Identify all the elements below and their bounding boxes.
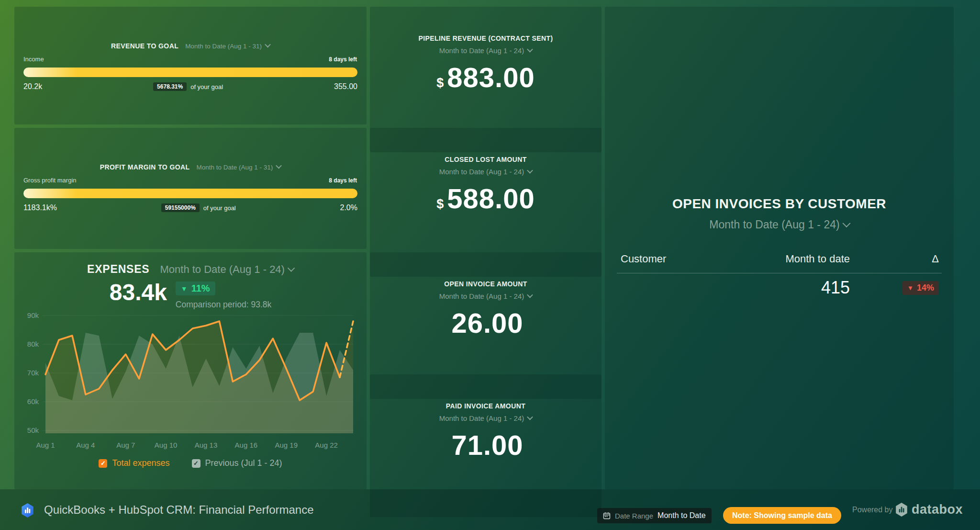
checkbox-checked-icon[interactable]: ✓: [192, 459, 200, 468]
goal-metric-label: Income: [23, 56, 44, 63]
chevron-down-icon: [527, 46, 533, 52]
days-left-label: 8 days left: [329, 177, 357, 184]
period-dropdown[interactable]: Month to Date (Aug 1 - 24): [439, 168, 533, 176]
currency-symbol: $: [436, 76, 444, 90]
legend-label: Total expenses: [112, 458, 169, 468]
column-header-month-to-date: Month to date: [745, 253, 850, 265]
chevron-down-icon: [527, 292, 533, 298]
goal-end-value: 2.0%: [340, 203, 357, 212]
svg-text:Aug 19: Aug 19: [275, 441, 298, 449]
svg-text:Aug 16: Aug 16: [235, 441, 258, 449]
sample-data-note-button[interactable]: Note: Showing sample data: [723, 507, 841, 524]
date-range-value: Month to Date: [657, 511, 706, 520]
triangle-down-icon: ▼: [181, 285, 188, 293]
currency-symbol: $: [436, 197, 444, 212]
expenses-value: 83.4k: [110, 280, 167, 305]
open-invoices-by-customer-card: OPEN INVOICES BY CUSTOMER Month to Date …: [605, 7, 954, 489]
chevron-down-icon: [527, 414, 533, 420]
period-dropdown[interactable]: Month to Date (Aug 1 - 24): [439, 292, 533, 300]
table-divider: [617, 273, 942, 273]
chevron-down-icon: [288, 264, 295, 272]
delta-value: 14%: [917, 283, 934, 293]
of-goal-label: of your goal: [203, 204, 236, 212]
profit-margin-to-goal-card: PROFIT MARGIN TO GOAL Month to Date (Aug…: [14, 128, 367, 249]
svg-text:50k: 50k: [27, 426, 39, 434]
goal-percent-badge: 59155000%: [161, 203, 200, 212]
databox-logo-icon: [895, 503, 908, 517]
table-row: 415 ▼14%: [621, 278, 939, 298]
of-goal-label: of your goal: [190, 83, 223, 90]
revenue-to-goal-card: REVENUE TO GOAL Month to Date (Aug 1 - 3…: [14, 7, 367, 124]
goal-metric-label: Gross profit margin: [23, 177, 77, 184]
period-label: Month to Date (Aug 1 - 24): [439, 46, 524, 55]
svg-text:90k: 90k: [27, 311, 39, 319]
powered-by-label: Powered by: [852, 489, 893, 530]
legend-item-previous[interactable]: ✓ Previous (Jul 1 - 24): [192, 458, 282, 468]
period-label: Month to Date (Aug 1 - 24): [439, 292, 524, 300]
cell-month-to-date: 415: [745, 278, 850, 298]
svg-text:Aug 22: Aug 22: [315, 441, 338, 449]
period-dropdown[interactable]: Month to Date (Aug 1 - 24): [439, 414, 533, 422]
goal-start-value: 1183.1k%: [23, 203, 57, 212]
chevron-down-icon: [265, 42, 271, 48]
svg-text:Aug 1: Aug 1: [36, 441, 55, 449]
triangle-down-icon: ▼: [907, 284, 913, 292]
svg-text:Aug 10: Aug 10: [155, 441, 178, 449]
svg-text:Aug 13: Aug 13: [195, 441, 218, 449]
svg-text:80k: 80k: [27, 340, 39, 348]
calendar-icon: [603, 512, 611, 519]
card-title: CLOSED LOST AMOUNT: [445, 156, 527, 163]
period-dropdown[interactable]: Month to Date (Aug 1 - 24): [439, 46, 533, 55]
period-label: Month to Date (Aug 1 - 24): [439, 414, 524, 422]
chevron-down-icon: [527, 167, 533, 173]
card-title: PAID INVOICE AMOUNT: [446, 402, 525, 410]
column-header-delta: Δ: [850, 253, 939, 265]
goal-progress-bar: [23, 189, 357, 198]
period-dropdown[interactable]: Month to Date (Aug 1 - 31): [185, 43, 270, 50]
date-range-control[interactable]: Date Range Month to Date: [597, 508, 712, 523]
goal-end-value: 355.00: [334, 82, 357, 91]
stat-value: 883.00: [447, 61, 535, 93]
dashboard-title: QuickBooks + HubSpot CRM: Financial Perf…: [44, 489, 314, 530]
stat-value: 71.00: [451, 429, 523, 461]
card-title: PIPELINE REVENUE (CONTRACT SENT): [418, 34, 553, 42]
checkbox-checked-icon[interactable]: ✓: [99, 459, 107, 468]
card-title: OPEN INVOICES BY CUSTOMER: [605, 196, 954, 212]
delta-badge: ▼11%: [176, 282, 215, 295]
databox-wordmark: databox: [912, 502, 963, 517]
svg-text:70k: 70k: [27, 369, 39, 377]
svg-text:Aug 4: Aug 4: [76, 441, 95, 449]
period-label: Month to Date (Aug 1 - 31): [185, 43, 262, 50]
goal-percent-badge: 5678.31%: [153, 82, 187, 91]
period-dropdown[interactable]: Month to Date (Aug 1 - 24): [160, 263, 293, 276]
delta-badge: ▼14%: [902, 281, 939, 295]
chevron-down-icon: [276, 163, 282, 169]
stat-value: 26.00: [451, 307, 523, 339]
legend-label: Previous (Jul 1 - 24): [205, 458, 282, 468]
card-title: PROFIT MARGIN TO GOAL: [100, 163, 190, 171]
period-label: Month to Date (Aug 1 - 24): [709, 218, 839, 231]
expenses-card: EXPENSES Month to Date (Aug 1 - 24) 83.4…: [14, 252, 367, 489]
period-dropdown[interactable]: Month to Date (Aug 1 - 24): [709, 218, 849, 231]
card-title: EXPENSES: [87, 263, 149, 276]
goal-start-value: 20.2k: [23, 82, 42, 91]
period-label: Month to Date (Aug 1 - 24): [160, 263, 284, 276]
period-dropdown[interactable]: Month to Date (Aug 1 - 31): [196, 164, 281, 171]
svg-text:Aug 7: Aug 7: [116, 441, 135, 449]
days-left-label: 8 days left: [329, 56, 357, 63]
powered-by-databox-link[interactable]: databox: [895, 489, 963, 530]
legend-item-total-expenses[interactable]: ✓ Total expenses: [99, 458, 169, 468]
chevron-down-icon: [842, 219, 850, 227]
databox-logo-icon[interactable]: [21, 503, 34, 519]
svg-text:60k: 60k: [27, 397, 39, 406]
footer-bar: QuickBooks + HubSpot CRM: Financial Perf…: [0, 489, 980, 530]
stat-value: 588.00: [447, 182, 535, 214]
goal-progress-bar: [23, 68, 357, 77]
date-range-label: Date Range: [615, 512, 653, 520]
card-title: REVENUE TO GOAL: [111, 42, 178, 50]
comparison-period-label: Comparison period: 93.8k: [176, 300, 271, 310]
period-label: Month to Date (Aug 1 - 31): [196, 164, 273, 171]
period-label: Month to Date (Aug 1 - 24): [439, 168, 524, 176]
expenses-chart: 50k60k70k80k90kAug 1Aug 4Aug 7Aug 10Aug …: [19, 309, 357, 452]
column-header-customer: Customer: [621, 253, 745, 265]
